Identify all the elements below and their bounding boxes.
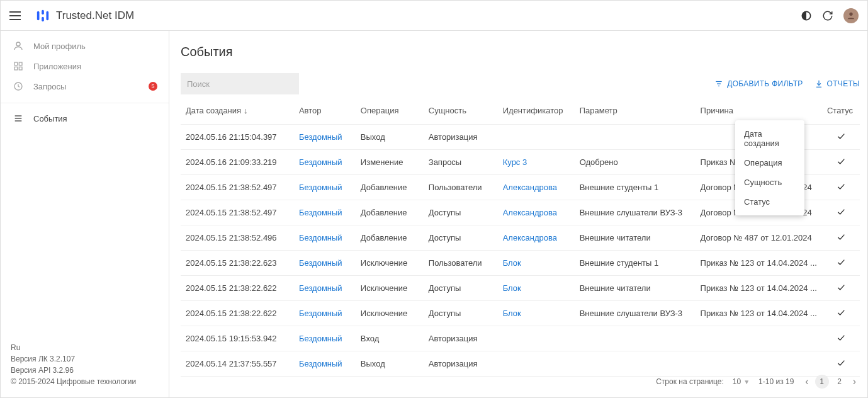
table-row[interactable]: 2024.05.15 21:38:22.622 Бездомный Исключ… xyxy=(181,301,860,326)
sidebar-item-apps[interactable]: Приложения xyxy=(6,56,164,76)
filter-option-date[interactable]: Дата создания xyxy=(735,124,804,153)
cell-status xyxy=(822,351,860,377)
reports-button[interactable]: ОТЧЕТЫ xyxy=(814,79,860,88)
cell-reason: Приказ № 123 от 14.04.2024 ... xyxy=(696,276,822,301)
sort-desc-icon: ↓ xyxy=(244,106,248,115)
search-input[interactable]: Поиск xyxy=(181,73,299,94)
author-link[interactable]: Бездомный xyxy=(299,309,342,318)
svg-rect-6 xyxy=(14,62,18,65)
table-row[interactable]: 2024.05.15 21:38:22.623 Бездомный Исключ… xyxy=(181,251,860,276)
col-header-author[interactable]: Автор xyxy=(294,97,356,125)
identifier-link[interactable]: Блок xyxy=(503,309,521,318)
cell-param: Внешние студенты 1 xyxy=(575,251,696,276)
cell-entity: Пользователи xyxy=(424,175,498,200)
col-header-date[interactable]: Дата создания↓ xyxy=(181,97,294,125)
page-1-button[interactable]: 1 xyxy=(815,375,829,389)
rows-per-page-select[interactable]: 10 ▼ xyxy=(733,377,750,386)
cell-author: Бездомный xyxy=(294,175,356,200)
cell-status xyxy=(822,326,860,351)
cell-param xyxy=(575,351,696,377)
cell-author: Бездомный xyxy=(294,326,356,351)
cell-status xyxy=(822,225,860,251)
cell-author: Бездомный xyxy=(294,200,356,225)
identifier-link[interactable]: Александрова xyxy=(503,208,557,217)
chevron-down-icon: ▼ xyxy=(743,378,750,385)
apps-icon xyxy=(12,60,25,72)
cell-date: 2024.05.16 21:15:04.397 xyxy=(181,125,294,150)
cell-identifier: Александрова xyxy=(498,200,575,225)
theme-toggle-icon[interactable] xyxy=(799,9,813,23)
cell-author: Бездомный xyxy=(294,351,356,377)
filter-option-entity[interactable]: Сущность xyxy=(735,173,804,192)
sidebar-item-profile[interactable]: Мой профиль xyxy=(6,36,164,56)
author-link[interactable]: Бездомный xyxy=(299,258,342,268)
cell-reason: Приказ № 123 от 14.04.2024 ... xyxy=(696,301,822,326)
cell-param: Внешние читатели xyxy=(575,225,696,251)
footer-api-version: Версия API 3.2.96 xyxy=(11,365,159,376)
cell-reason xyxy=(696,326,822,351)
table-row[interactable]: 2024.05.15 21:38:22.622 Бездомный Исключ… xyxy=(181,276,860,301)
filter-option-status[interactable]: Статус xyxy=(735,192,804,212)
identifier-link[interactable]: Александрова xyxy=(503,183,557,192)
author-link[interactable]: Бездомный xyxy=(299,157,342,167)
col-header-entity[interactable]: Сущность xyxy=(424,97,498,125)
svg-rect-2 xyxy=(42,16,44,21)
svg-rect-3 xyxy=(47,11,49,20)
cell-entity: Авторизация xyxy=(424,351,498,377)
cell-operation: Исключение xyxy=(356,251,424,276)
logo-icon xyxy=(36,9,50,23)
author-link[interactable]: Бездомный xyxy=(299,233,342,242)
col-header-identifier[interactable]: Идентификатор xyxy=(498,97,575,125)
cell-entity: Пользователи xyxy=(424,251,498,276)
identifier-link[interactable]: Александрова xyxy=(503,233,557,242)
author-link[interactable]: Бездомный xyxy=(299,359,342,368)
requests-badge: 5 xyxy=(149,82,157,91)
sidebar-item-label: Приложения xyxy=(33,62,81,71)
sidebar-item-requests[interactable]: Запросы 5 xyxy=(6,76,164,96)
check-icon xyxy=(836,307,846,317)
avatar[interactable] xyxy=(843,8,859,23)
col-header-operation[interactable]: Операция xyxy=(356,97,424,125)
identifier-link[interactable]: Блок xyxy=(503,283,521,293)
page-2-button[interactable]: 2 xyxy=(833,375,847,389)
cell-date: 2024.05.15 21:38:22.622 xyxy=(181,301,294,326)
cell-operation: Выход xyxy=(356,125,424,150)
cell-identifier: Блок xyxy=(498,251,575,276)
list-icon xyxy=(12,112,25,125)
cell-date: 2024.05.15 21:38:22.623 xyxy=(181,251,294,276)
author-link[interactable]: Бездомный xyxy=(299,132,342,142)
cell-param: Внешние читатели xyxy=(575,276,696,301)
menu-button[interactable] xyxy=(9,8,25,23)
table-row[interactable]: 2024.05.15 19:15:53.942 Бездомный Вход А… xyxy=(181,326,860,351)
filter-dropdown: Дата создания Операция Сущность Статус xyxy=(735,120,804,215)
footer-lang[interactable]: Ru xyxy=(11,342,159,353)
cell-operation: Добавление xyxy=(356,175,424,200)
refresh-icon[interactable] xyxy=(821,9,835,23)
svg-rect-9 xyxy=(19,67,22,70)
filter-option-operation[interactable]: Операция xyxy=(735,153,804,173)
cell-status xyxy=(822,125,860,150)
table-row[interactable]: 2024.05.15 21:38:52.496 Бездомный Добавл… xyxy=(181,225,860,251)
identifier-link[interactable]: Блок xyxy=(503,258,521,268)
sidebar-item-events[interactable]: События xyxy=(6,108,164,128)
author-link[interactable]: Бездомный xyxy=(299,208,342,217)
cell-identifier xyxy=(498,125,575,150)
cell-date: 2024.05.15 21:38:52.497 xyxy=(181,200,294,225)
table-row[interactable]: 2024.05.14 21:37:55.557 Бездомный Выход … xyxy=(181,351,860,377)
author-link[interactable]: Бездомный xyxy=(299,183,342,192)
footer-lk-version: Версия ЛК 3.2.107 xyxy=(11,353,159,365)
prev-page-button[interactable]: ‹ xyxy=(803,376,811,387)
author-link[interactable]: Бездомный xyxy=(299,283,342,293)
next-page-button[interactable]: › xyxy=(850,376,859,387)
cell-reason: Договор № 487 от 12.01.2024 xyxy=(696,225,822,251)
col-header-param[interactable]: Параметр xyxy=(575,97,696,125)
clock-icon xyxy=(12,80,25,93)
author-link[interactable]: Бездомный xyxy=(299,334,342,343)
user-icon xyxy=(12,40,25,52)
check-icon xyxy=(836,333,846,343)
identifier-link[interactable]: Курс 3 xyxy=(503,157,527,167)
cell-author: Бездомный xyxy=(294,276,356,301)
col-header-status[interactable]: Статус xyxy=(822,97,860,125)
cell-operation: Исключение xyxy=(356,276,424,301)
add-filter-button[interactable]: ДОБАВИТЬ ФИЛЬТР xyxy=(714,79,803,88)
